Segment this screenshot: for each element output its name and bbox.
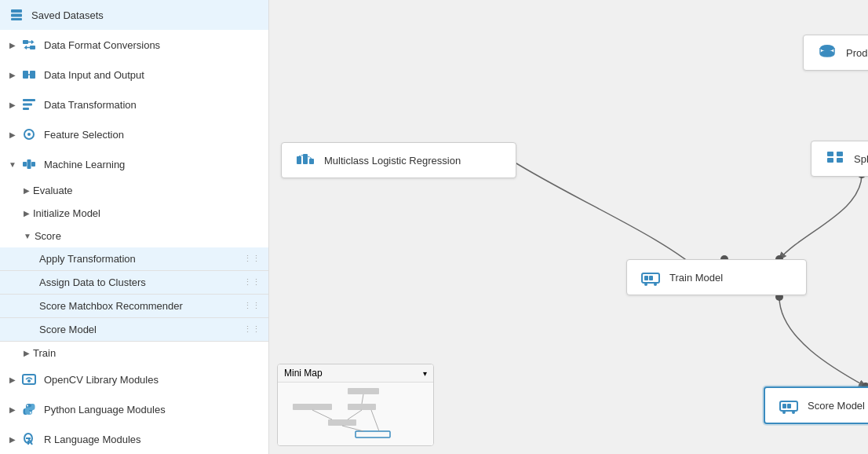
drag-handle-icon: ⋮⋮ [243,254,261,264]
chevron-right-icon: ▶ [8,375,17,384]
mini-map-dropdown[interactable]: ▾ [423,369,427,378]
mini-map-body [278,383,433,445]
svg-point-43 [654,283,657,286]
chevron-down-icon: ▼ [8,159,17,169]
r-icon [20,430,38,448]
node-label: ProductsTableCSV.csv [846,47,868,59]
node-multiclass-logistic-regression[interactable]: Multiclass Logistic Regression [281,142,516,178]
chevron-right-icon: ▶ [24,209,30,218]
svg-rect-52 [328,419,356,426]
sidebar-item-data-format-conversions[interactable]: ▶ Data Format Conversions [0,30,268,60]
svg-point-17 [27,405,28,407]
sidebar-item-opencv-library-modules[interactable]: ▶ OpenCV Library Modules [0,364,268,394]
node-products-table-csv[interactable]: ProductsTableCSV.csv [803,35,868,71]
svg-rect-9 [23,108,29,110]
transform-icon [20,96,38,113]
python-icon [20,401,38,418]
sidebar-item-label: Feature Selection [44,129,261,141]
node-label: Train Model [669,272,723,284]
svg-rect-38 [309,159,314,164]
chevron-right-icon: ▶ [8,130,17,139]
node-label: Score Model [808,400,865,412]
chevron-right-icon: ▶ [8,100,17,109]
sidebar-item-label: Python Language Modules [44,404,261,416]
node-label: Multiclass Logistic Regression [324,155,461,167]
svg-line-58 [371,410,379,431]
svg-line-55 [312,410,332,419]
sidebar-item-label: R Language Modules [44,434,261,445]
chevron-right-icon: ▶ [24,349,30,357]
node-train-model[interactable]: Train Model [626,259,807,295]
svg-point-11 [27,133,31,136]
sidebar-item-label: Data Format Conversions [44,39,261,51]
svg-rect-53 [356,431,390,438]
sidebar-item-label: Evaluate [33,185,73,196]
chevron-right-icon: ▶ [24,186,30,195]
sidebar-item-label: Score [35,230,61,242]
svg-point-18 [30,412,31,414]
svg-rect-14 [31,162,35,167]
sidebar-item-label: Data Input and Output [44,69,261,81]
chevron-right-icon: ▶ [8,405,17,414]
sidebar-item-python-language-modules[interactable]: ▶ Python Language Modules [0,394,268,424]
sidebar-item-machine-learning[interactable]: ▼ Machine Learning [0,149,268,179]
sidebar-item-score-matchbox-recommender[interactable]: Score Matchbox Recommender ⋮⋮ [0,295,268,318]
node-label: Split Data [854,153,868,165]
svg-rect-34 [837,152,843,156]
sidebar-item-label: OpenCV Library Modules [44,374,261,386]
svg-rect-32 [827,152,833,156]
sidebar-item-r-language-modules[interactable]: ▶ R Language Modules [0,424,268,454]
sidebar-item-label: Score Model [39,324,97,335]
node-split-data[interactable]: Split Data [811,141,868,177]
mini-map-label: Mini Map [284,368,323,379]
sidebar-item-apply-transformation[interactable]: Apply Transformation ⋮⋮ [0,247,268,271]
svg-rect-7 [23,99,35,101]
sidebar-item-label: Saved Datasets [31,9,261,21]
chevron-down-icon: ▼ [24,232,31,240]
score-icon [778,394,800,416]
svg-rect-5 [23,71,28,79]
svg-rect-3 [23,40,28,44]
mini-map-container: Mini Map ▾ [277,364,434,446]
svg-line-57 [342,426,363,431]
svg-line-54 [362,394,363,404]
node-score-model[interactable]: Score Model [764,386,868,424]
sidebar-item-assign-data-to-clusters[interactable]: Assign Data to Clusters ⋮⋮ [0,271,268,295]
svg-rect-41 [649,276,653,280]
opencv-icon [20,371,38,388]
sidebar-item-label: Score Matchbox Recommender [39,300,183,312]
sidebar-item-evaluate[interactable]: ▶ Evaluate [0,179,268,202]
chevron-right-icon: ▶ [8,40,17,49]
io-icon [20,66,38,83]
svg-rect-40 [644,276,648,280]
svg-point-31 [820,50,834,57]
conversion-icon [20,36,38,53]
sidebar-item-saved-datasets[interactable]: Saved Datasets [0,0,268,30]
mini-map-svg [285,386,426,441]
mini-map-header: Mini Map ▾ [278,364,433,383]
sidebar-item-score[interactable]: ▼ Score [0,225,268,247]
sidebar-item-score-model[interactable]: Score Model ⋮⋮ [0,318,268,342]
drag-handle-icon: ⋮⋮ [243,277,261,287]
svg-rect-45 [782,404,786,408]
sidebar-item-data-input-output[interactable]: ▶ Data Input and Output [0,60,268,90]
chevron-right-icon: ▶ [8,70,17,79]
svg-rect-4 [30,46,35,49]
svg-rect-13 [27,159,31,169]
sidebar-item-label: Data Transformation [44,99,261,111]
sidebar-item-data-transformation[interactable]: ▶ Data Transformation [0,90,268,119]
svg-point-30 [820,45,834,51]
svg-rect-2 [11,18,22,20]
database-icon [816,42,838,64]
svg-rect-36 [297,156,301,164]
sidebar-item-train[interactable]: ▶ Train [0,342,268,364]
main-canvas[interactable]: ProductsTableCSV.csv Split Data Multicla… [269,0,868,454]
chevron-right-icon: ▶ [8,434,17,444]
sidebar-item-label: Initialize Model [33,207,100,219]
svg-point-42 [644,283,647,286]
svg-rect-0 [11,9,22,13]
sidebar-item-initialize-model[interactable]: ▶ Initialize Model [0,202,268,225]
sidebar-item-feature-selection[interactable]: ▶ Feature Selection [0,119,268,149]
svg-rect-51 [293,404,332,410]
sidebar-item-label: Machine Learning [44,159,261,170]
